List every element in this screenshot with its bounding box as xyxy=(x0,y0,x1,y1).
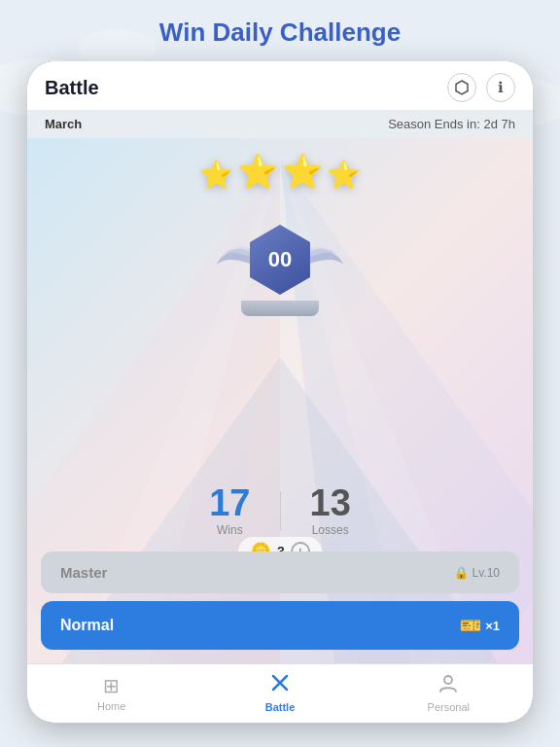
info-icon: ℹ xyxy=(498,79,504,96)
top-bar: Battle ℹ xyxy=(27,61,533,110)
star-2: ⭐ xyxy=(237,152,278,191)
top-icons: ℹ xyxy=(447,73,515,102)
badge-value: 00 xyxy=(268,247,292,272)
battle-icon xyxy=(269,672,291,698)
bottom-nav: ⊞ Home Battle xyxy=(27,663,533,723)
nav-battle[interactable]: Battle xyxy=(246,672,314,713)
nav-personal-label: Personal xyxy=(428,701,470,713)
normal-label: Normal xyxy=(60,617,114,634)
losses-label: Losses xyxy=(312,523,349,537)
master-level: Lv.10 xyxy=(472,566,500,580)
master-mode-button[interactable]: Master 🔒 Lv.10 xyxy=(41,551,519,593)
device-frame: Battle ℹ March Season Ends in: 2d 7h xyxy=(27,61,533,723)
page-title: Win Daily Challenge xyxy=(0,0,560,61)
nav-personal[interactable]: Personal xyxy=(414,672,482,713)
badge-icon-button[interactable] xyxy=(447,73,476,102)
stats-row: 17 Wins 13 Losses xyxy=(154,484,406,537)
info-icon-button[interactable]: ℹ xyxy=(486,73,515,102)
main-content: ⭐ ⭐ ⭐ ⭐ xyxy=(27,138,533,663)
svg-marker-0 xyxy=(456,81,468,94)
ticket-info: 🎫 ×1 xyxy=(460,615,500,636)
lock-icon: 🔒 xyxy=(454,566,469,580)
master-lock: 🔒 Lv.10 xyxy=(454,566,500,580)
ticket-icon: 🎫 xyxy=(460,615,481,636)
nav-battle-label: Battle xyxy=(265,701,296,713)
star-1: ⭐ xyxy=(199,159,233,191)
wins-number: 17 xyxy=(209,484,250,521)
wins-stat: 17 Wins xyxy=(209,484,250,537)
season-ends: Season Ends in: 2d 7h xyxy=(388,117,515,131)
badge-container: 00 xyxy=(212,211,348,316)
personal-icon xyxy=(438,672,459,698)
nav-home[interactable]: ⊞ Home xyxy=(78,674,146,712)
normal-mode-button[interactable]: Normal 🎫 ×1 xyxy=(41,601,519,650)
wins-label: Wins xyxy=(217,523,243,537)
master-label: Master xyxy=(60,564,107,581)
nav-home-label: Home xyxy=(97,700,125,712)
screen-title: Battle xyxy=(45,77,99,99)
star-3: ⭐ xyxy=(282,152,323,191)
stars-row: ⭐ ⭐ ⭐ ⭐ xyxy=(199,152,361,191)
buttons-area: Master 🔒 Lv.10 Normal 🎫 ×1 xyxy=(41,551,519,650)
svg-point-12 xyxy=(444,676,452,684)
stat-divider xyxy=(280,491,281,530)
badge-wings: 00 xyxy=(212,211,348,308)
ticket-count: ×1 xyxy=(485,619,500,633)
losses-number: 13 xyxy=(310,484,351,521)
season-month: March xyxy=(45,117,82,131)
star-4: ⭐ xyxy=(327,159,361,191)
screen: Battle ℹ March Season Ends in: 2d 7h xyxy=(27,61,533,723)
season-bar: March Season Ends in: 2d 7h xyxy=(27,110,533,138)
home-icon: ⊞ xyxy=(103,674,120,697)
losses-stat: 13 Losses xyxy=(310,484,351,537)
